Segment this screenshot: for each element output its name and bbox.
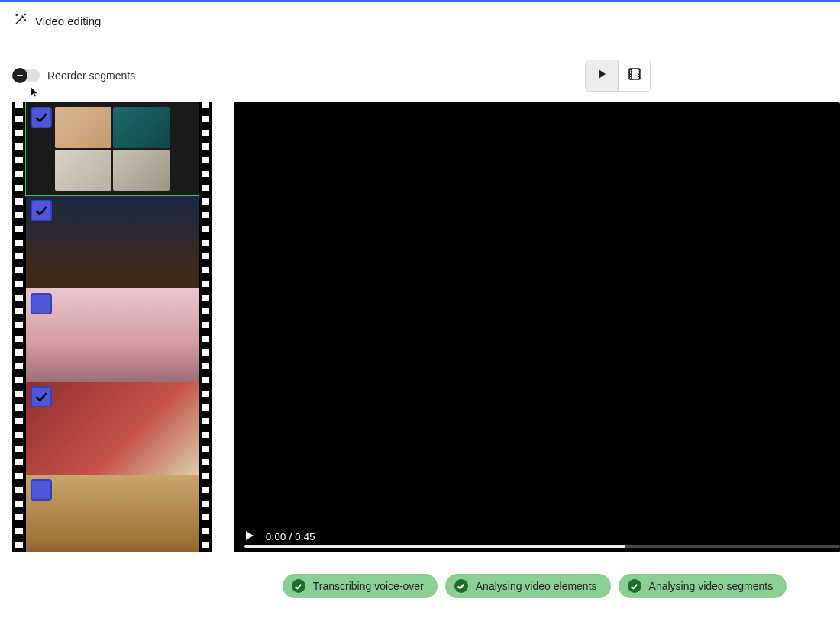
- status-chip: Analysing video elements: [445, 574, 611, 598]
- segment-thumbnail[interactable]: [26, 475, 199, 552]
- svg-point-2: [24, 20, 25, 21]
- check-circle-icon: [292, 579, 305, 593]
- status-chip-label: Transcribing voice-over: [313, 580, 424, 592]
- svg-rect-13: [638, 77, 638, 79]
- player-play-button[interactable]: [244, 530, 255, 543]
- sprocket-right: [199, 102, 212, 552]
- segment-checkbox[interactable]: [31, 293, 52, 314]
- view-mode-switch: [585, 60, 651, 92]
- player-duration: 0:45: [295, 531, 315, 543]
- segment-thumbnail[interactable]: [26, 102, 199, 195]
- status-row: Transcribing voice-overAnalysing video e…: [0, 574, 840, 598]
- view-mode-play-button[interactable]: [586, 60, 618, 91]
- main-area: 0:00 / 0:45: [0, 99, 840, 552]
- segment-checkbox[interactable]: [31, 386, 52, 407]
- player-progress[interactable]: [244, 545, 840, 548]
- check-circle-icon: [628, 579, 641, 593]
- segment-thumbnail[interactable]: [26, 288, 199, 382]
- status-chip: Transcribing voice-over: [283, 574, 438, 598]
- svg-rect-10: [638, 70, 638, 72]
- segment-checkbox[interactable]: [31, 479, 52, 501]
- svg-point-0: [24, 14, 25, 14]
- status-chip-label: Analysing video elements: [476, 580, 597, 592]
- play-icon: [596, 69, 607, 82]
- sprocket-left: [12, 102, 26, 552]
- mouse-cursor-icon: [31, 87, 38, 98]
- segment-thumbnail[interactable]: [26, 382, 199, 475]
- view-mode-film-button[interactable]: [618, 60, 650, 91]
- status-chip: Analysing video segments: [619, 574, 787, 598]
- magic-wand-icon: [14, 12, 27, 29]
- svg-rect-7: [630, 72, 631, 74]
- page-header: Video editing: [0, 2, 840, 37]
- toolbar: Reorder segments: [0, 37, 840, 99]
- video-player[interactable]: 0:00 / 0:45: [234, 102, 840, 552]
- svg-rect-9: [630, 77, 631, 79]
- reorder-segments-toggle[interactable]: [14, 69, 40, 82]
- player-time-display: 0:00 / 0:45: [266, 531, 315, 543]
- filmstrip: [12, 102, 212, 552]
- svg-rect-11: [638, 72, 638, 74]
- segment-thumbnail[interactable]: [26, 195, 199, 288]
- svg-point-1: [16, 14, 17, 15]
- status-chip-label: Analysing video segments: [649, 580, 774, 592]
- reorder-segments-label: Reorder segments: [47, 69, 135, 82]
- check-circle-icon: [454, 579, 468, 593]
- svg-rect-8: [630, 75, 631, 76]
- segment-checkbox[interactable]: [31, 200, 52, 221]
- film-icon: [628, 68, 641, 83]
- svg-rect-12: [638, 75, 638, 76]
- page-title: Video editing: [35, 14, 101, 27]
- player-current-time: 0:00: [266, 531, 286, 543]
- segment-checkbox[interactable]: [31, 107, 52, 128]
- svg-rect-6: [630, 70, 631, 72]
